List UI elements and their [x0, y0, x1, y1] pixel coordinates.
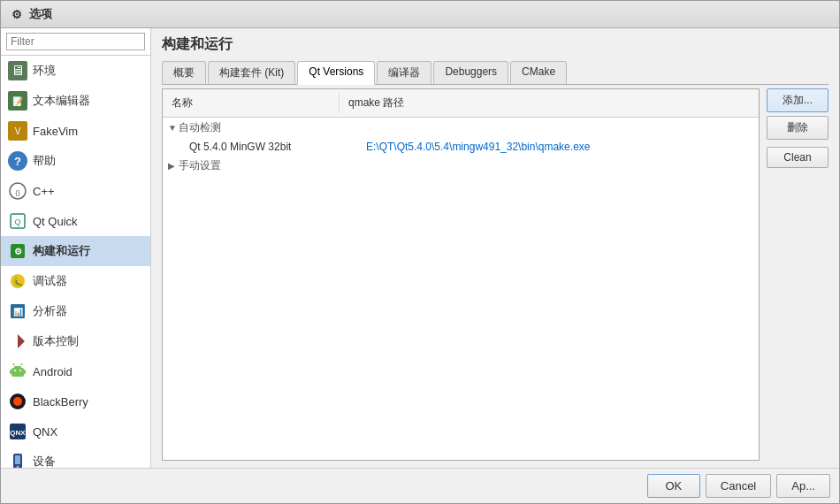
- sidebar-item-qnx[interactable]: QNX QNX: [1, 416, 150, 447]
- svg-text:Q: Q: [14, 218, 20, 226]
- dialog-container: ⚙ 选项 🖥 环境 📝 文本编辑器 V FakeVi: [0, 0, 840, 504]
- qnx-icon: QNX: [8, 422, 27, 441]
- tab-compilers[interactable]: 编译器: [377, 61, 431, 84]
- ok-button[interactable]: OK: [647, 474, 700, 498]
- sidebar-item-build-run[interactable]: ⚙ 构建和运行: [1, 236, 150, 266]
- column-name-header: 名称: [163, 93, 340, 113]
- sidebar-item-help[interactable]: ? 帮助: [1, 146, 150, 176]
- sidebar-item-blackberry[interactable]: BlackBerry: [1, 386, 150, 416]
- table-area: 名称 qmake 路径 ▼ 自动检测 Qt 5.4.0 MinGW 32bit: [151, 88, 839, 468]
- dialog-icon: ⚙: [10, 7, 24, 21]
- tab-cmake[interactable]: CMake: [510, 61, 567, 84]
- android-icon: [8, 362, 27, 381]
- svg-marker-10: [18, 334, 25, 348]
- svg-text:⚙: ⚙: [14, 247, 22, 256]
- svg-text:📊: 📊: [13, 307, 24, 317]
- tab-debuggers[interactable]: Debuggers: [433, 61, 508, 84]
- manual-label: 手动设置: [179, 158, 221, 173]
- debugger-icon: 🐛: [8, 271, 27, 291]
- column-path-header: qmake 路径: [340, 93, 759, 113]
- environment-icon: 🖥: [8, 61, 27, 80]
- tab-qt-versions[interactable]: Qt Versions: [297, 61, 375, 85]
- tabs-container: 概要 构建套件 (Kit) Qt Versions 编译器 Debuggers …: [162, 61, 829, 85]
- help-icon: ?: [8, 151, 27, 171]
- sidebar-item-cpp[interactable]: {} C++: [1, 176, 150, 206]
- sidebar-label-qnx: QNX: [33, 425, 57, 439]
- svg-text:{}: {}: [15, 188, 20, 196]
- main-content: 构建和运行 概要 构建套件 (Kit) Qt Versions 编译器 Debu…: [151, 28, 839, 468]
- sidebar-label-cpp: C++: [33, 185, 55, 198]
- blackberry-icon: [8, 392, 27, 411]
- dialog-footer: OK Cancel Ap...: [1, 468, 839, 503]
- sidebar-label-android: Android: [33, 365, 73, 378]
- sidebar-item-environment[interactable]: 🖥 环境: [1, 56, 150, 86]
- sidebar-item-debugger[interactable]: 🐛 调试器: [1, 266, 150, 296]
- table-container: 名称 qmake 路径 ▼ 自动检测 Qt 5.4.0 MinGW 32bit: [162, 88, 760, 461]
- table-header: 名称 qmake 路径: [163, 89, 759, 118]
- auto-detect-label: 自动检测: [179, 120, 221, 135]
- main-header: 构建和运行 概要 构建套件 (Kit) Qt Versions 编译器 Debu…: [151, 28, 839, 88]
- tree-section-auto[interactable]: ▼ 自动检测: [163, 118, 759, 138]
- sidebar-label-fakevim: FakeVim: [33, 125, 78, 138]
- sidebar: 🖥 环境 📝 文本编辑器 V FakeVim ? 帮助: [1, 28, 151, 468]
- sidebar-label-build-run: 构建和运行: [33, 243, 90, 259]
- device-icon: [8, 452, 27, 468]
- svg-rect-24: [15, 455, 20, 464]
- svg-line-15: [13, 363, 14, 365]
- remove-button[interactable]: 删除: [767, 116, 829, 140]
- svg-line-16: [21, 363, 22, 365]
- sidebar-label-version-control: 版本控制: [33, 333, 79, 349]
- sidebar-label-environment: 环境: [33, 63, 56, 79]
- add-button[interactable]: 添加...: [767, 88, 829, 112]
- filter-area: [1, 28, 150, 56]
- qt-version-name: Qt 5.4.0 MinGW 32bit: [189, 141, 366, 153]
- sidebar-label-text-editor: 文本编辑器: [33, 93, 90, 109]
- apply-button[interactable]: Ap...: [776, 474, 830, 498]
- cancel-button[interactable]: Cancel: [706, 474, 771, 498]
- sidebar-label-analyzer: 分析器: [33, 303, 67, 319]
- sidebar-label-debugger: 调试器: [33, 273, 67, 289]
- qt-version-path: E:\QT\Qt5.4.0\5.4\mingw491_32\bin\qmake.…: [366, 141, 590, 153]
- sidebar-label-blackberry: BlackBerry: [33, 395, 88, 409]
- sidebar-label-qtquick: Qt Quick: [33, 215, 78, 228]
- svg-rect-17: [10, 370, 11, 374]
- svg-rect-18: [24, 370, 26, 374]
- right-buttons-panel: 添加... 删除 Clean: [767, 88, 829, 461]
- text-editor-icon: 📝: [8, 91, 27, 111]
- filter-input[interactable]: [6, 33, 145, 50]
- svg-text:QNX: QNX: [10, 429, 26, 437]
- cpp-icon: {}: [8, 181, 27, 201]
- page-title: 构建和运行: [162, 35, 829, 54]
- version-control-icon: [8, 332, 27, 351]
- table-body: ▼ 自动检测 Qt 5.4.0 MinGW 32bit E:\QT\Qt5.4.…: [163, 118, 759, 460]
- dialog-body: 🖥 环境 📝 文本编辑器 V FakeVim ? 帮助: [1, 28, 839, 468]
- clean-button[interactable]: Clean: [767, 147, 829, 168]
- dialog-title-text: 选项: [29, 6, 52, 22]
- dialog-title-bar: ⚙ 选项: [1, 1, 839, 28]
- sidebar-item-version-control[interactable]: 版本控制: [1, 326, 150, 356]
- sidebar-list: 🖥 环境 📝 文本编辑器 V FakeVim ? 帮助: [1, 56, 150, 468]
- svg-point-20: [13, 397, 22, 406]
- sidebar-item-qtquick[interactable]: Q Qt Quick: [1, 206, 150, 236]
- svg-point-13: [14, 370, 16, 371]
- sidebar-item-device[interactable]: 设备: [1, 447, 150, 468]
- build-run-icon: ⚙: [8, 241, 27, 261]
- expand-arrow-auto: ▼: [168, 123, 179, 133]
- qtquick-icon: Q: [8, 211, 27, 231]
- fakevim-icon: V: [8, 121, 27, 141]
- sidebar-item-text-editor[interactable]: 📝 文本编辑器: [1, 86, 150, 116]
- sidebar-label-device: 设备: [33, 454, 56, 468]
- sidebar-item-analyzer[interactable]: 📊 分析器: [1, 296, 150, 326]
- svg-rect-12: [14, 366, 21, 370]
- tab-kits[interactable]: 构建套件 (Kit): [208, 61, 295, 84]
- svg-point-14: [19, 370, 21, 371]
- sidebar-label-help: 帮助: [33, 153, 56, 169]
- analyzer-icon: 📊: [8, 302, 27, 321]
- expand-arrow-manual: ▶: [168, 161, 179, 171]
- sidebar-item-fakevim[interactable]: V FakeVim: [1, 116, 150, 146]
- tree-section-manual[interactable]: ▶ 手动设置: [163, 156, 759, 176]
- tab-overview[interactable]: 概要: [162, 61, 206, 84]
- sidebar-item-android[interactable]: Android: [1, 356, 150, 386]
- svg-text:🐛: 🐛: [12, 276, 24, 287]
- tree-child-qt540[interactable]: Qt 5.4.0 MinGW 32bit E:\QT\Qt5.4.0\5.4\m…: [163, 138, 759, 156]
